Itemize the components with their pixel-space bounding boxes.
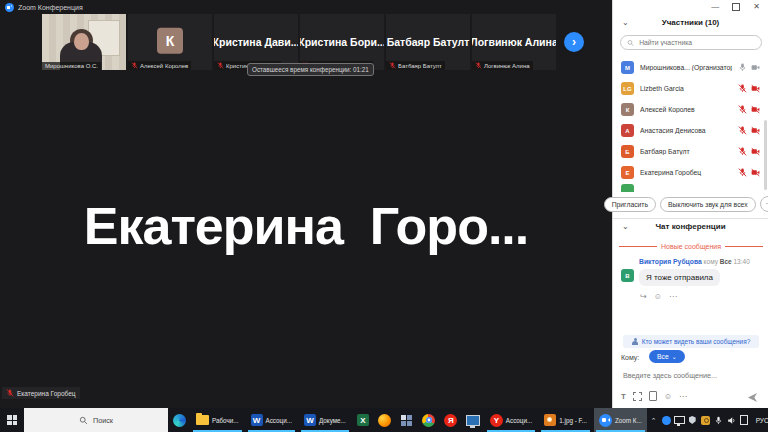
taskbar-explorer[interactable]: Рабочи... (191, 408, 244, 432)
chat-header: Чат конференции (613, 222, 768, 231)
screenshot-icon[interactable] (633, 392, 642, 401)
close-button[interactable]: ✕ (753, 2, 760, 11)
tile-name-label: Мирошникова О.С. (42, 62, 101, 70)
taskbar-excel[interactable]: X (353, 408, 373, 432)
next-videos-button[interactable]: › (564, 32, 584, 52)
computer-icon (466, 415, 480, 426)
taskbar-word-2[interactable]: W Докуме... (299, 408, 351, 432)
muted-mic-icon (217, 62, 224, 69)
excel-icon: X (357, 414, 369, 426)
tray-microphone-icon[interactable] (713, 408, 724, 432)
side-panel: — ✕ ⌄ Участники (10) М Мирошникова... (О… (612, 0, 768, 408)
participant-row[interactable]: М Мирошникова... (Организатор, я) (613, 57, 768, 78)
chevron-right-icon: › (572, 36, 576, 48)
minimize-button[interactable]: — (711, 2, 719, 11)
muted-mic-icon (131, 62, 138, 69)
mic-muted-icon (738, 84, 747, 93)
mic-muted-icon (738, 147, 747, 156)
message-sender[interactable]: Виктория Рубцова (639, 258, 702, 265)
edge-icon (173, 414, 186, 427)
video-tile-korolev[interactable]: К Алексей Королев (128, 14, 212, 70)
recipient-label: Кому: (621, 354, 639, 361)
video-tile-logvinyuk[interactable]: Логвинюк Алина Логвинюк Алина (472, 14, 556, 70)
recipient-select[interactable]: Все ⌄ (649, 350, 685, 363)
invite-button[interactable]: Пригласить (604, 197, 656, 212)
participants-actions: Пригласить Выключить звук для всех ⋯ (613, 196, 768, 212)
taskbar-app-tiles[interactable] (397, 408, 417, 432)
more-icon[interactable]: ⋯ (669, 292, 677, 301)
format-text-icon[interactable]: T (621, 392, 626, 401)
maximize-button[interactable] (732, 3, 740, 11)
participant-row[interactable]: Е Екатерина Горобец (613, 162, 768, 183)
more-icon[interactable]: ⋯ (679, 392, 687, 401)
participants-scrollbar[interactable] (764, 120, 767, 190)
muted-mic-icon (6, 389, 14, 397)
camera-off-icon (751, 105, 760, 114)
mic-on-icon (738, 63, 747, 72)
participant-row-partial (621, 184, 634, 192)
chat-message-input[interactable] (621, 370, 765, 381)
tray-zoom-icon[interactable] (661, 408, 672, 432)
participant-row[interactable]: А Анастасия Денисова (613, 120, 768, 141)
chat-toolbar: T ☺ ⋯ (621, 391, 687, 401)
send-message-icon[interactable] (747, 392, 758, 403)
taskbar-edge[interactable] (169, 408, 189, 432)
taskbar-chrome[interactable] (419, 408, 439, 432)
yandex-icon: Я (444, 414, 457, 427)
taskbar-word-1[interactable]: W Ассоци... (246, 408, 297, 432)
tray-volume-icon[interactable] (726, 408, 737, 432)
word-icon: W (251, 414, 263, 426)
participant-search-input[interactable] (637, 38, 755, 47)
avatar: М (621, 61, 634, 74)
search-icon (627, 39, 634, 47)
more-options-button[interactable]: ⋯ (760, 196, 768, 212)
taskbar-zoom[interactable]: Zoom К... (594, 408, 647, 432)
zoom-logo-icon (5, 3, 14, 12)
tray-security-icon[interactable] (687, 408, 698, 432)
taskbar-yandex[interactable]: Я (441, 408, 461, 432)
taskbar-firefox[interactable] (375, 408, 395, 432)
muted-mic-icon (389, 62, 396, 69)
video-tile-borisevich[interactable]: Кристина Бори... Кристина Борисевич (300, 14, 384, 70)
video-filmstrip: Мирошникова О.С. К Алексей Королев Крист… (0, 14, 612, 70)
avatar: Б (621, 145, 634, 158)
tray-network-icon[interactable] (674, 408, 685, 432)
message-time: 13:40 (733, 258, 749, 265)
tile-name-label: Алексей Королев (128, 61, 191, 70)
language-indicator[interactable]: РУС (752, 417, 768, 424)
taskbar-image-viewer[interactable]: 1.jpg - F... (539, 408, 592, 432)
zoom-app-window: Zoom Конференция Мирошникова О.С. К Алек… (0, 0, 768, 432)
video-tile-batult[interactable]: Батбаяр Батулт Батбаяр Батулт (386, 14, 470, 70)
word-icon: W (304, 414, 316, 426)
chat-privacy-banner[interactable]: Кто может видеть ваши сообщения? (623, 335, 759, 348)
attach-file-icon[interactable] (649, 391, 657, 401)
chat-message: В Я тоже отправила (621, 269, 720, 286)
avatar: К (621, 103, 634, 116)
participant-row[interactable]: LG Lizbeth Garcia (613, 78, 768, 99)
participant-row[interactable]: К Алексей Королев (613, 99, 768, 120)
participant-row[interactable]: Б Батбаяр Батулт (613, 141, 768, 162)
emoji-icon[interactable]: ☺ (664, 392, 672, 401)
video-tile-davidyuk[interactable]: Кристина Дави... Кристина Давидюк (214, 14, 298, 70)
avatar: А (621, 124, 634, 137)
system-tray: ⌄ РУС 13:57 24.01.2024 (648, 408, 768, 432)
mic-muted-icon (738, 168, 747, 177)
folder-icon (196, 415, 209, 425)
window-controls: — ✕ (711, 2, 760, 11)
active-speaker-name: Екатерина Горо... (0, 196, 612, 256)
taskbar-this-pc[interactable] (463, 408, 483, 432)
emoji-reaction-icon[interactable]: ☺ (654, 292, 662, 301)
video-tile-miroshnikova[interactable]: Мирошникова О.С. (42, 14, 126, 70)
muted-mic-icon (475, 62, 482, 69)
tray-keepass-icon[interactable] (700, 408, 711, 432)
message-meta: Виктория Рубцова кому Все 13:40 (639, 258, 750, 265)
taskbar-yandex-browser[interactable]: Y Ассоци... (485, 408, 537, 432)
tray-expand-icon[interactable]: ⌄ (648, 408, 659, 432)
taskbar-search[interactable]: Поиск (24, 408, 168, 432)
mute-all-button[interactable]: Выключить звук для всех (660, 197, 756, 212)
participant-search[interactable] (620, 35, 762, 50)
reply-icon[interactable]: ↪ (640, 292, 647, 301)
start-button[interactable] (0, 408, 24, 432)
tray-document-icon[interactable] (739, 408, 750, 432)
avatar: В (621, 269, 634, 282)
